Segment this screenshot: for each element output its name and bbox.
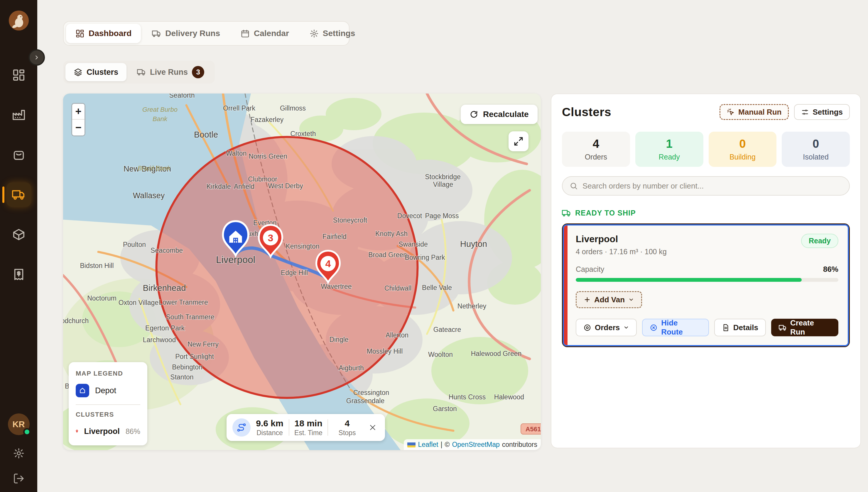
- capacity-progress-fill: [576, 278, 802, 282]
- zoom-out-button[interactable]: −: [72, 120, 85, 136]
- orders-button[interactable]: Orders: [576, 319, 637, 336]
- search-icon: [569, 182, 578, 190]
- sidebar-item-package[interactable]: [6, 222, 31, 247]
- stat-card-isolated[interactable]: 0Isolated: [782, 132, 850, 167]
- ukraine-flag-icon: [407, 442, 416, 447]
- subtab-live-runs[interactable]: Live Runs3: [129, 63, 212, 81]
- map-place-label: Oxton Village: [119, 299, 159, 306]
- tab-delivery-runs[interactable]: Delivery Runs: [143, 24, 230, 43]
- map-place-label: West Derby: [268, 182, 303, 190]
- map-place-label: Fairfield: [323, 233, 347, 241]
- tab-calendar[interactable]: Calendar: [231, 24, 299, 43]
- chevron-down-icon: [623, 325, 629, 330]
- map-place-label: Huyton: [460, 239, 487, 249]
- user-avatar[interactable]: KR: [8, 413, 30, 435]
- stat-card-ready[interactable]: 1Ready: [635, 132, 703, 167]
- map-place-label: Great Burbo: [142, 106, 178, 113]
- ready-to-ship-label: READY TO SHIP: [575, 209, 636, 217]
- map-place-label: Bidston Hill: [80, 262, 114, 269]
- manual-run-button[interactable]: Manual Run: [720, 104, 789, 120]
- sidebar-expand-button[interactable]: [28, 49, 45, 66]
- pointer-click-icon: [727, 108, 735, 116]
- sidebar-item-truck[interactable]: [6, 182, 31, 207]
- subtab-clusters[interactable]: Clusters: [66, 63, 126, 81]
- map-place-label: Poulton: [123, 241, 146, 248]
- panel-settings-button[interactable]: Settings: [794, 104, 850, 120]
- stat-label: Building: [729, 153, 756, 161]
- map-place-label: Seaforth: [169, 94, 195, 99]
- map-place-label: Halewood: [494, 393, 524, 401]
- close-icon: [369, 424, 376, 431]
- map-place-label: Norris Green: [249, 152, 287, 160]
- logout-icon: [13, 473, 25, 484]
- tab-dashboard[interactable]: Dashboard: [66, 24, 141, 43]
- add-van-button[interactable]: Add Van: [576, 291, 642, 308]
- map-place-label: Egerton Park: [145, 324, 185, 332]
- osm-link[interactable]: OpenStreetMap: [452, 441, 499, 449]
- cluster-stats-row: 4Orders1Ready0Building0Isolated: [562, 132, 850, 167]
- map-place-label: New Ferry: [188, 340, 219, 348]
- map-place-label: Lower Tranmere: [159, 298, 208, 306]
- route-stats-close-button[interactable]: [366, 424, 379, 431]
- leaflet-link[interactable]: Leaflet: [418, 441, 438, 449]
- map-place-label: Bootle: [194, 130, 218, 139]
- capacity-label: Capacity: [576, 265, 604, 274]
- map-place-label: Hunts Cross: [449, 393, 486, 401]
- avatar-initials: KR: [13, 420, 25, 429]
- map-place-label: Aigburth: [338, 364, 364, 372]
- hide-route-button[interactable]: Hide Route: [642, 319, 709, 336]
- map-place-label: South Tranmere: [166, 313, 214, 321]
- map-place-label: Garston: [433, 405, 457, 413]
- tab-settings[interactable]: Settings: [300, 24, 365, 43]
- layers-icon: [74, 68, 83, 76]
- view-sub-tabs: ClustersLive Runs3: [63, 61, 215, 83]
- map-place-label: Belle Vale: [422, 284, 452, 291]
- map-place-label: Orrell Park: [223, 104, 255, 112]
- document-icon: [722, 324, 730, 331]
- stat-value: 4: [593, 137, 599, 150]
- sidebar-item-shopping-bag[interactable]: [6, 143, 31, 167]
- orders-label: Orders: [595, 323, 620, 332]
- stat-value: 1: [666, 137, 673, 150]
- stat-label: Ready: [658, 153, 680, 161]
- create-run-button[interactable]: Create Run: [771, 319, 838, 336]
- legend-cluster-pct: 86%: [125, 427, 140, 436]
- sidebar-item-receipt[interactable]: [6, 262, 31, 287]
- map-place-label: Netherley: [458, 302, 487, 310]
- map-place-label: Bowring Park: [405, 254, 445, 261]
- map-place-label: Broad Green: [368, 251, 407, 259]
- map-place-label: odchurch: [63, 317, 89, 325]
- sidebar-item-dashboard[interactable]: [6, 63, 31, 88]
- cluster-card-liverpool[interactable]: Liverpool 4 orders · 17.16 m³ · 100 kg R…: [562, 223, 850, 347]
- hide-route-label: Hide Route: [661, 318, 701, 337]
- map-place-label: Bebington: [172, 363, 203, 371]
- app-logo-beaver-icon[interactable]: [9, 10, 29, 30]
- stop-number: 3: [268, 232, 274, 243]
- sidebar-item-factory[interactable]: [6, 103, 31, 127]
- search-input[interactable]: [583, 181, 842, 191]
- subtab-label: Live Runs: [150, 68, 188, 77]
- map-place-label: Birkenhead: [143, 283, 186, 293]
- map-place-label: Childwall: [384, 285, 412, 292]
- zoom-in-button[interactable]: +: [72, 104, 85, 120]
- map-fullscreen-button[interactable]: [509, 131, 529, 151]
- svg-text:A561: A561: [525, 425, 541, 433]
- recalculate-button[interactable]: Recalculate: [461, 105, 538, 124]
- map-place-label: Croxteth: [290, 130, 316, 138]
- sidebar-settings-button[interactable]: [13, 447, 25, 460]
- stat-label: Orders: [585, 153, 607, 161]
- legend-cluster-name[interactable]: Liverpool: [84, 427, 120, 436]
- ready-to-ship-header: READY TO SHIP: [562, 208, 850, 218]
- map[interactable]: SeaforthOrrell ParkGillmossFazakerleyCro…: [63, 94, 541, 450]
- stat-card-building[interactable]: 0Building: [709, 132, 777, 167]
- clusters-panel: Clusters Manual Run Settings 4Orders1Rea…: [551, 94, 861, 448]
- red-pin-icon: [76, 425, 78, 438]
- map-legend: MAP LEGEND Depot CLUSTERS Liverpool 86%: [69, 362, 147, 445]
- sidebar-nav: [6, 63, 31, 287]
- logout-button[interactable]: [13, 473, 25, 486]
- details-button[interactable]: Details: [714, 319, 766, 336]
- cluster-meta: 4 orders · 17.16 m³ · 100 kg: [576, 247, 667, 256]
- map-place-label: Walton: [226, 150, 247, 157]
- order-search[interactable]: [562, 176, 850, 196]
- stat-card-orders[interactable]: 4Orders: [562, 132, 630, 167]
